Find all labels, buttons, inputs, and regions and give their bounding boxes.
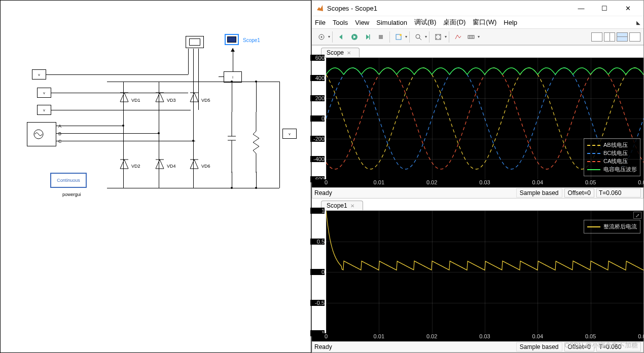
menu-file[interactable]: File xyxy=(315,19,326,26)
wire xyxy=(159,82,159,188)
node xyxy=(158,132,160,134)
vmeas-1[interactable]: v xyxy=(32,69,46,80)
capacitor[interactable] xyxy=(228,112,236,174)
svg-point-8 xyxy=(321,36,323,37)
menu-debug[interactable]: 调试(B) xyxy=(414,18,436,27)
node xyxy=(122,125,124,127)
plot1-legend: AB线电压BC线电压CA线电压电容电压波形 xyxy=(584,138,640,176)
plot2-legend: 整流桥后电流 xyxy=(584,220,640,233)
close-icon[interactable]: ✕ xyxy=(350,203,354,209)
autoscale-button[interactable] xyxy=(432,31,444,43)
step-forward-button[interactable] xyxy=(362,31,374,43)
status-ready: Ready xyxy=(314,343,332,350)
wire xyxy=(193,82,194,188)
window-title: Scopes - Scope1 xyxy=(327,5,569,12)
run-button[interactable] xyxy=(348,31,361,43)
tabstrip-2: Scope1 ✕ xyxy=(312,199,643,211)
vmeas-2[interactable]: v xyxy=(37,88,51,98)
tabstrip-1: Scope ✕ xyxy=(312,46,643,58)
three-phase-source[interactable] xyxy=(27,122,56,146)
wire xyxy=(232,172,232,188)
status-offset: Offset=0 xyxy=(564,188,595,198)
diode-vd6[interactable] xyxy=(189,158,199,172)
status-ready: Ready xyxy=(314,189,332,197)
wire xyxy=(56,126,123,126)
highlight-button[interactable] xyxy=(392,31,405,43)
svg-line-15 xyxy=(419,38,421,40)
scope-block[interactable] xyxy=(186,36,204,48)
wire xyxy=(188,49,189,74)
menu-tools[interactable]: Tools xyxy=(333,19,348,26)
node xyxy=(255,187,257,189)
vmeas-3[interactable]: v xyxy=(37,105,51,115)
maximize-button[interactable]: ☐ xyxy=(593,1,616,15)
scope-window: Scopes - Scope1 — ☐ ✕ File Tools View Si… xyxy=(311,0,644,353)
settings-button[interactable] xyxy=(315,31,328,43)
menu-desktop[interactable]: 桌面(D) xyxy=(443,18,466,27)
vd2-label: VD2 xyxy=(131,164,140,169)
tab-scope-label: Scope xyxy=(327,49,344,56)
vmeas-out[interactable]: v xyxy=(282,129,297,139)
layout-1x1[interactable] xyxy=(591,32,602,42)
wire xyxy=(51,93,188,93)
titlebar: Scopes - Scope1 — ☐ ✕ xyxy=(312,1,643,16)
menu-view[interactable]: View xyxy=(355,19,369,26)
menu-window[interactable]: 窗口(W) xyxy=(473,18,496,27)
plot2-area[interactable]: ⤢ 整流桥后电流 xyxy=(326,211,643,333)
plot2-xaxis: 00.010.020.030.040.050.06 xyxy=(326,333,643,341)
tab-scope[interactable]: Scope ✕ xyxy=(321,48,360,57)
svg-point-13 xyxy=(400,34,402,36)
plot1-yaxis: -600-400-2000200400600 xyxy=(312,58,326,179)
layout-1x2[interactable] xyxy=(604,32,615,42)
phase-b: B xyxy=(58,131,61,136)
scope1-block[interactable] xyxy=(225,34,239,45)
menubar: File Tools View Simulation 调试(B) 桌面(D) 窗… xyxy=(312,16,643,29)
diode-vd5[interactable] xyxy=(189,91,199,105)
resistor[interactable] xyxy=(252,112,260,174)
powergui-block[interactable]: Continuous xyxy=(50,173,87,188)
wire xyxy=(46,74,188,75)
diode-vd4[interactable] xyxy=(155,158,165,172)
step-back-button[interactable] xyxy=(335,31,347,43)
zoom-button[interactable] xyxy=(412,31,424,43)
wire xyxy=(279,82,280,188)
watermark: CSDN @小幽余生不加糖 xyxy=(564,341,638,350)
status-sample: Sample based xyxy=(516,188,562,198)
vd4-label: VD4 xyxy=(167,164,176,169)
status-time: T=0.060 xyxy=(596,188,641,198)
minimize-button[interactable]: — xyxy=(569,1,593,15)
close-icon[interactable]: ✕ xyxy=(347,50,351,56)
phase-c: C xyxy=(58,139,62,144)
menu-help[interactable]: Help xyxy=(504,19,517,26)
vd5-label: VD5 xyxy=(201,98,210,103)
layout-2x1[interactable] xyxy=(617,32,628,42)
plot1-area[interactable]: AB线电压BC线电压CA线电压电容电压波形 xyxy=(326,58,643,179)
measurements-button[interactable] xyxy=(465,31,477,43)
stop-button[interactable] xyxy=(375,31,387,43)
powergui-label: powergui xyxy=(62,192,81,197)
simulink-canvas[interactable]: Scope1 v v v A B C VD1 VD3 VD5 VD2 xyxy=(0,0,311,353)
current-sensor[interactable]: i xyxy=(224,71,242,83)
toolbar: ▾ ▾ ▾ ▾ ▾ xyxy=(312,29,643,45)
wire xyxy=(107,188,279,188)
wire xyxy=(56,133,160,134)
node xyxy=(231,187,233,189)
wire xyxy=(56,141,195,141)
plot1-xaxis: 00.010.020.030.040.050.06 xyxy=(326,179,643,187)
menu-simulation[interactable]: Simulation xyxy=(376,19,407,26)
vd1-label: VD1 xyxy=(131,98,140,103)
close-button[interactable]: ✕ xyxy=(616,1,639,15)
scope1-label: Scope1 xyxy=(243,37,260,43)
layout-max[interactable] xyxy=(629,32,640,42)
svg-point-14 xyxy=(416,34,420,38)
menu-overflow-icon[interactable]: ◣ xyxy=(636,20,640,25)
svg-rect-11 xyxy=(379,35,383,39)
arrow-icon xyxy=(231,48,235,52)
tab-scope1[interactable]: Scope1 ✕ xyxy=(321,201,363,210)
matlab-icon xyxy=(316,4,324,12)
wire xyxy=(123,82,124,188)
status-bar-1: Ready Sample based Offset=0 T=0.060 xyxy=(312,187,643,199)
vd6-label: VD6 xyxy=(201,164,210,169)
diode-vd2[interactable] xyxy=(119,158,129,172)
triggers-button[interactable] xyxy=(452,31,464,43)
